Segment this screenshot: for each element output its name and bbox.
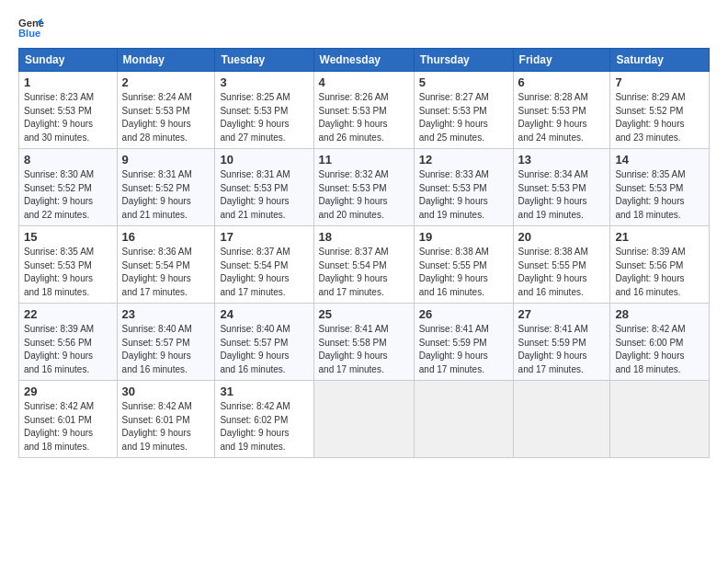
calendar-cell: 26Sunrise: 8:41 AMSunset: 5:59 PMDayligh… (414, 304, 513, 381)
day-info: Sunrise: 8:38 AMSunset: 5:55 PMDaylight:… (419, 246, 508, 299)
day-header-friday: Friday (513, 49, 610, 72)
calendar-cell: 16Sunrise: 8:36 AMSunset: 5:54 PMDayligh… (117, 226, 215, 304)
day-header-monday: Monday (117, 49, 215, 72)
day-info: Sunrise: 8:40 AMSunset: 5:57 PMDaylight:… (220, 323, 308, 376)
week-row-1: 1Sunrise: 8:23 AMSunset: 5:53 PMDaylight… (19, 72, 710, 149)
calendar-cell (414, 381, 513, 458)
calendar-cell: 30Sunrise: 8:42 AMSunset: 6:01 PMDayligh… (117, 381, 215, 458)
day-info: Sunrise: 8:39 AMSunset: 5:56 PMDaylight:… (24, 323, 112, 376)
calendar-cell: 1Sunrise: 8:23 AMSunset: 5:53 PMDaylight… (19, 72, 118, 149)
calendar-cell (610, 381, 710, 458)
day-info: Sunrise: 8:35 AMSunset: 5:53 PMDaylight:… (24, 246, 112, 299)
calendar-cell: 10Sunrise: 8:31 AMSunset: 5:53 PMDayligh… (215, 149, 313, 226)
day-info: Sunrise: 8:41 AMSunset: 5:59 PMDaylight:… (518, 323, 606, 376)
day-info: Sunrise: 8:42 AMSunset: 6:02 PMDaylight:… (220, 400, 308, 454)
day-info: Sunrise: 8:29 AMSunset: 5:52 PMDaylight:… (615, 91, 704, 144)
calendar-cell: 25Sunrise: 8:41 AMSunset: 5:58 PMDayligh… (313, 304, 414, 381)
day-number: 4 (319, 75, 409, 89)
calendar-cell (313, 381, 414, 458)
day-header-thursday: Thursday (414, 49, 513, 72)
day-info: Sunrise: 8:31 AMSunset: 5:52 PMDaylight:… (122, 168, 210, 222)
day-number: 27 (518, 307, 606, 321)
day-number: 10 (220, 153, 308, 167)
calendar-cell: 21Sunrise: 8:39 AMSunset: 5:56 PMDayligh… (610, 226, 710, 304)
day-number: 11 (319, 153, 409, 167)
week-row-3: 15Sunrise: 8:35 AMSunset: 5:53 PMDayligh… (19, 226, 710, 304)
calendar-cell: 29Sunrise: 8:42 AMSunset: 6:01 PMDayligh… (19, 381, 118, 458)
svg-text:Blue: Blue (18, 28, 40, 39)
week-row-2: 8Sunrise: 8:30 AMSunset: 5:52 PMDaylight… (19, 149, 710, 226)
calendar-cell: 18Sunrise: 8:37 AMSunset: 5:54 PMDayligh… (313, 226, 414, 304)
day-number: 12 (419, 153, 508, 167)
logo: General Blue (18, 15, 44, 40)
calendar-cell (513, 381, 610, 458)
day-number: 2 (122, 75, 210, 89)
calendar-cell: 28Sunrise: 8:42 AMSunset: 6:00 PMDayligh… (610, 304, 710, 381)
calendar-cell: 12Sunrise: 8:33 AMSunset: 5:53 PMDayligh… (414, 149, 513, 226)
day-info: Sunrise: 8:23 AMSunset: 5:53 PMDaylight:… (24, 91, 112, 144)
day-info: Sunrise: 8:41 AMSunset: 5:59 PMDaylight:… (419, 323, 508, 376)
day-info: Sunrise: 8:37 AMSunset: 5:54 PMDaylight:… (220, 246, 308, 299)
calendar-cell: 3Sunrise: 8:25 AMSunset: 5:53 PMDaylight… (215, 72, 313, 149)
day-info: Sunrise: 8:34 AMSunset: 5:53 PMDaylight:… (518, 168, 606, 222)
calendar-cell: 7Sunrise: 8:29 AMSunset: 5:52 PMDaylight… (610, 72, 710, 149)
calendar-cell: 17Sunrise: 8:37 AMSunset: 5:54 PMDayligh… (215, 226, 313, 304)
day-header-saturday: Saturday (610, 49, 710, 72)
day-number: 23 (122, 307, 210, 321)
week-row-4: 22Sunrise: 8:39 AMSunset: 5:56 PMDayligh… (19, 304, 710, 381)
calendar-table: SundayMondayTuesdayWednesdayThursdayFrid… (18, 48, 710, 458)
day-info: Sunrise: 8:40 AMSunset: 5:57 PMDaylight:… (122, 323, 210, 376)
calendar-cell: 6Sunrise: 8:28 AMSunset: 5:53 PMDaylight… (513, 72, 610, 149)
day-info: Sunrise: 8:33 AMSunset: 5:53 PMDaylight:… (419, 168, 508, 222)
logo-icon: General Blue (18, 15, 44, 40)
day-info: Sunrise: 8:36 AMSunset: 5:54 PMDaylight:… (122, 246, 210, 299)
day-number: 25 (319, 307, 409, 321)
day-info: Sunrise: 8:31 AMSunset: 5:53 PMDaylight:… (220, 168, 308, 222)
day-info: Sunrise: 8:42 AMSunset: 6:01 PMDaylight:… (24, 400, 112, 454)
day-number: 18 (319, 230, 409, 244)
day-number: 5 (419, 75, 508, 89)
calendar-cell: 31Sunrise: 8:42 AMSunset: 6:02 PMDayligh… (215, 381, 313, 458)
day-number: 29 (24, 385, 112, 398)
day-info: Sunrise: 8:25 AMSunset: 5:53 PMDaylight:… (220, 91, 308, 144)
calendar-cell: 19Sunrise: 8:38 AMSunset: 5:55 PMDayligh… (414, 226, 513, 304)
page: General Blue SundayMondayTuesdayWednesda… (0, 0, 728, 563)
day-number: 7 (615, 75, 704, 89)
day-header-tuesday: Tuesday (215, 49, 313, 72)
calendar-cell: 15Sunrise: 8:35 AMSunset: 5:53 PMDayligh… (19, 226, 118, 304)
day-info: Sunrise: 8:26 AMSunset: 5:53 PMDaylight:… (319, 91, 409, 144)
day-info: Sunrise: 8:32 AMSunset: 5:53 PMDaylight:… (319, 168, 409, 222)
day-info: Sunrise: 8:24 AMSunset: 5:53 PMDaylight:… (122, 91, 210, 144)
day-info: Sunrise: 8:37 AMSunset: 5:54 PMDaylight:… (319, 246, 409, 299)
day-info: Sunrise: 8:42 AMSunset: 6:00 PMDaylight:… (615, 323, 704, 376)
day-info: Sunrise: 8:41 AMSunset: 5:58 PMDaylight:… (319, 323, 409, 376)
day-number: 1 (24, 75, 112, 89)
day-info: Sunrise: 8:28 AMSunset: 5:53 PMDaylight:… (518, 91, 606, 144)
day-number: 8 (24, 153, 112, 167)
day-number: 9 (122, 153, 210, 167)
day-number: 15 (24, 230, 112, 244)
day-number: 13 (518, 153, 606, 167)
day-number: 30 (122, 385, 210, 398)
day-number: 22 (24, 307, 112, 321)
calendar-header-row: SundayMondayTuesdayWednesdayThursdayFrid… (19, 49, 710, 72)
day-info: Sunrise: 8:30 AMSunset: 5:52 PMDaylight:… (24, 168, 112, 222)
day-number: 28 (615, 307, 704, 321)
calendar-cell: 11Sunrise: 8:32 AMSunset: 5:53 PMDayligh… (313, 149, 414, 226)
calendar-cell: 27Sunrise: 8:41 AMSunset: 5:59 PMDayligh… (513, 304, 610, 381)
calendar-cell: 4Sunrise: 8:26 AMSunset: 5:53 PMDaylight… (313, 72, 414, 149)
calendar-cell: 2Sunrise: 8:24 AMSunset: 5:53 PMDaylight… (117, 72, 215, 149)
day-info: Sunrise: 8:39 AMSunset: 5:56 PMDaylight:… (615, 246, 704, 299)
day-number: 21 (615, 230, 704, 244)
day-number: 16 (122, 230, 210, 244)
day-number: 31 (220, 385, 308, 398)
day-number: 20 (518, 230, 606, 244)
day-header-sunday: Sunday (19, 49, 118, 72)
calendar-cell: 22Sunrise: 8:39 AMSunset: 5:56 PMDayligh… (19, 304, 118, 381)
header: General Blue (18, 15, 710, 40)
day-number: 26 (419, 307, 508, 321)
day-number: 19 (419, 230, 508, 244)
day-number: 3 (220, 75, 308, 89)
calendar-cell: 20Sunrise: 8:38 AMSunset: 5:55 PMDayligh… (513, 226, 610, 304)
calendar-cell: 5Sunrise: 8:27 AMSunset: 5:53 PMDaylight… (414, 72, 513, 149)
